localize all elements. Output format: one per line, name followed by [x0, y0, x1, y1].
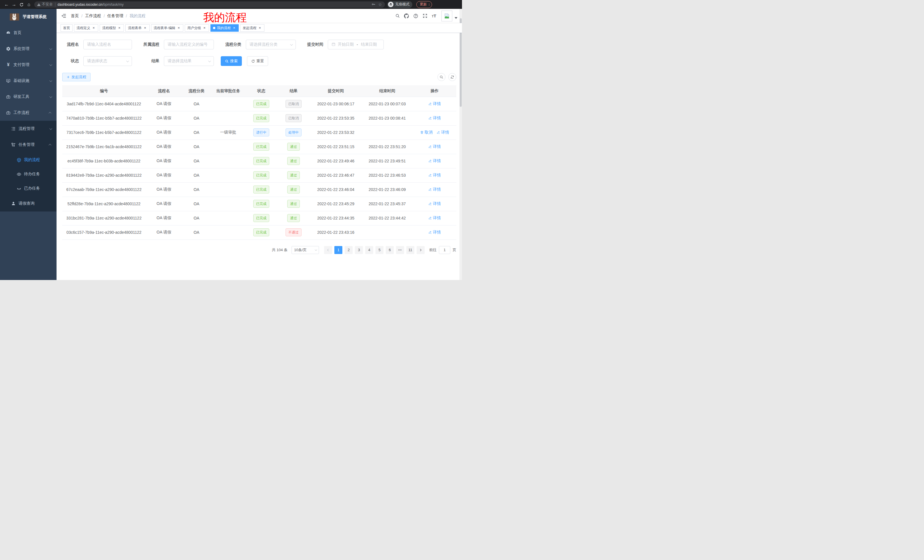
cell-category: OA: [182, 111, 211, 125]
avatar[interactable]: [441, 10, 452, 21]
goto-page-input[interactable]: [439, 246, 450, 254]
process-definition-input[interactable]: 请输入流程定义的编号: [164, 40, 214, 49]
sidebar-item-todo-tasks[interactable]: 待办任务: [0, 167, 57, 181]
workflow-submenu: 流程管理 任务管理 我的流程: [0, 121, 57, 211]
avatar-caret-icon[interactable]: [454, 17, 458, 19]
bookmark-star-icon[interactable]: ☆: [378, 2, 382, 7]
reset-button[interactable]: 重置: [247, 56, 268, 66]
tab-process-form-edit[interactable]: 流程表单-编辑×: [151, 24, 183, 32]
sidebar-item-leave-query[interactable]: 请假查询: [0, 196, 57, 211]
toggle-search-icon[interactable]: [438, 73, 446, 81]
close-icon[interactable]: ×: [258, 24, 262, 31]
col-end-time: 结束时间: [362, 85, 413, 97]
detail-link[interactable]: 详情: [428, 144, 441, 149]
start-process-button[interactable]: 发起流程: [62, 73, 90, 81]
detail-link[interactable]: 详情: [428, 230, 441, 235]
cancel-link[interactable]: 取消: [420, 130, 433, 135]
cell-task[interactable]: 一级审批: [211, 125, 246, 139]
page-scrollbar[interactable]: [459, 9, 462, 280]
breadcrumb-home[interactable]: 首页: [71, 13, 79, 18]
refresh-icon[interactable]: [448, 73, 456, 81]
close-icon[interactable]: ×: [202, 24, 207, 31]
breadcrumb-task-mgmt[interactable]: 任务管理: [107, 13, 123, 18]
tab-home[interactable]: 首页: [60, 24, 72, 32]
sidebar-item-task-mgmt[interactable]: 任务管理: [0, 137, 57, 153]
close-icon[interactable]: ×: [92, 24, 96, 31]
more-pages-button[interactable]: •••: [396, 246, 404, 254]
sidebar-item-home[interactable]: 首页: [0, 25, 57, 41]
close-icon[interactable]: ×: [143, 24, 147, 31]
sidebar-item-payment[interactable]: ¥ 支付管理: [0, 57, 57, 73]
page-button-1[interactable]: 1: [334, 246, 342, 254]
close-icon[interactable]: ×: [117, 24, 122, 31]
result-select[interactable]: 请选择流结果: [164, 56, 214, 66]
table-row: 331bc281-7b9a-11ec-a290-acde48001122 OA …: [62, 211, 456, 225]
page-button-4[interactable]: 4: [365, 246, 373, 254]
status-select[interactable]: 请选择状态: [83, 56, 132, 66]
sidebar-item-my-process[interactable]: 我的流程: [0, 153, 57, 167]
close-icon[interactable]: ×: [177, 24, 181, 31]
sidebar-logo-row[interactable]: 芋道管理系统: [0, 9, 57, 25]
tab-user-group[interactable]: 用户分组×: [185, 24, 209, 32]
cell-category: OA: [182, 197, 211, 211]
search-button[interactable]: 搜索: [221, 56, 242, 66]
submit-time-range-picker[interactable]: 开始日期 - 结束日期: [328, 40, 384, 49]
category-select[interactable]: 请选择流程分类: [246, 40, 296, 49]
browser-home-icon[interactable]: ⌂: [25, 0, 33, 9]
browser-forward-icon[interactable]: →: [10, 0, 18, 9]
cell-submit-time: 2022-01-22 23:45:29: [310, 197, 362, 211]
sidebar-item-label: 请假查询: [18, 201, 51, 206]
status-badge: 已完成: [253, 143, 269, 151]
process-name-input[interactable]: 请输入流程名: [83, 40, 132, 49]
status-badge: 已完成: [253, 114, 269, 122]
detail-link[interactable]: 详情: [428, 101, 441, 106]
page-button-2[interactable]: 2: [345, 246, 352, 254]
tab-process-model[interactable]: 流程模型×: [100, 24, 124, 32]
sidebar-item-process-mgmt[interactable]: 流程管理: [0, 121, 57, 137]
tab-process-definition[interactable]: 流程定义×: [74, 24, 98, 32]
browser-update-button[interactable]: 更新 ⁝: [416, 1, 432, 8]
page-size-select[interactable]: 10条/页: [291, 246, 319, 254]
browser-back-icon[interactable]: ←: [3, 0, 10, 9]
cell-task: [211, 111, 246, 125]
sidebar-item-infra[interactable]: 基础设施: [0, 73, 57, 89]
browser-reload-icon[interactable]: [18, 0, 25, 9]
detail-link[interactable]: 详情: [428, 115, 441, 121]
tab-my-process[interactable]: 我的流程×: [210, 24, 239, 32]
sidebar-item-devtools[interactable]: 研发工具: [0, 89, 57, 105]
cell-id: 7470a810-7b9b-11ec-b5b7-acde48001122: [62, 111, 146, 125]
prev-page-button[interactable]: [324, 246, 332, 254]
font-size-icon[interactable]: TT: [429, 11, 439, 21]
total-count: 共 104 条: [272, 247, 288, 253]
address-bar[interactable]: 不安全 dashboard.yudao.iocoder.cn/bpm/task/…: [34, 1, 385, 8]
sidebar-item-system[interactable]: 系统管理: [0, 41, 57, 57]
breadcrumb-workflow[interactable]: 工作流程: [85, 13, 101, 18]
page-button-3[interactable]: 3: [355, 246, 363, 254]
page-button-11[interactable]: 11: [406, 246, 414, 254]
close-icon[interactable]: ×: [232, 24, 236, 31]
tab-process-form[interactable]: 流程表单×: [125, 24, 150, 32]
tab-start-process[interactable]: 发起流程×: [240, 24, 264, 32]
detail-link[interactable]: 详情: [428, 216, 441, 221]
detail-link[interactable]: 详情: [428, 159, 441, 163]
fullscreen-icon[interactable]: [420, 11, 429, 21]
sidebar-collapse-icon[interactable]: [59, 11, 69, 21]
page-button-6[interactable]: 6: [386, 246, 394, 254]
sidebar-item-workflow[interactable]: 工作流程: [0, 105, 57, 121]
github-icon[interactable]: [402, 11, 411, 21]
detail-link[interactable]: 详情: [428, 173, 441, 178]
result-badge: 通过: [287, 200, 300, 208]
browser-menu-icon[interactable]: ⁝: [429, 3, 430, 6]
sidebar-item-done-tasks[interactable]: 已办任务: [0, 181, 57, 196]
password-key-icon[interactable]: [372, 2, 375, 7]
next-page-button[interactable]: [417, 246, 424, 254]
detail-link[interactable]: 详情: [436, 130, 449, 135]
help-icon[interactable]: [411, 11, 420, 21]
detail-link[interactable]: 详情: [428, 201, 441, 207]
detail-link[interactable]: 详情: [428, 187, 441, 192]
search-icon[interactable]: [393, 11, 402, 21]
update-label: 更新: [420, 2, 427, 7]
chevron-down-icon: [50, 95, 52, 98]
status-badge: 已完成: [253, 100, 269, 108]
page-button-5[interactable]: 5: [375, 246, 384, 254]
